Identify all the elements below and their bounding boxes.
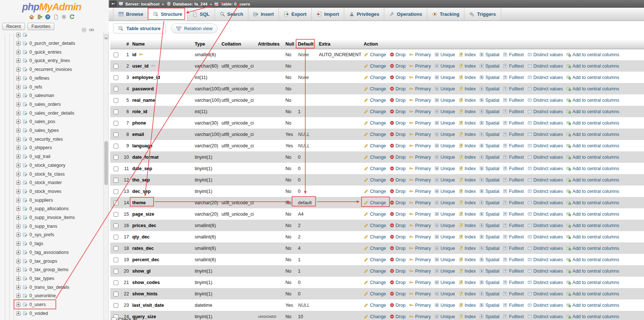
action-primary[interactable]: Primary: [409, 64, 431, 69]
back-arrow-icon[interactable]: ←: [110, 1, 117, 7]
expand-icon[interactable]: +: [16, 128, 21, 133]
action-spatial[interactable]: SSpatial: [479, 52, 499, 57]
action-index[interactable]: Index: [458, 52, 476, 57]
action-primary[interactable]: Primary: [409, 155, 431, 160]
sidebar-item-0-sales-orders[interactable]: +0_sales_orders: [16, 101, 61, 108]
action-change[interactable]: Change: [364, 166, 386, 171]
action-change[interactable]: Change: [364, 132, 386, 137]
action-add-to-central-columns[interactable]: Add to central columns: [566, 86, 619, 91]
action-spatial[interactable]: SSpatial: [479, 212, 499, 217]
action-primary[interactable]: Primary: [409, 291, 431, 296]
action-add-to-central-columns[interactable]: Add to central columns: [566, 75, 619, 80]
action-distinct-values[interactable]: Distinct values: [527, 269, 563, 274]
action-primary[interactable]: Primary: [409, 223, 431, 228]
action-fulltext[interactable]: TFulltext: [503, 177, 524, 183]
action-fulltext[interactable]: TFulltext: [503, 155, 524, 160]
tab-import[interactable]: Import: [312, 8, 344, 21]
action-unique[interactable]: UUnique: [434, 143, 455, 148]
action-spatial[interactable]: SSpatial: [479, 177, 499, 183]
action-add-to-central-columns[interactable]: Add to central columns: [566, 246, 619, 251]
action-index[interactable]: Index: [458, 121, 476, 126]
action-spatial[interactable]: SSpatial: [479, 132, 499, 137]
action-index[interactable]: Index: [458, 280, 476, 285]
action-add-to-central-columns[interactable]: Add to central columns: [566, 223, 619, 228]
action-distinct-values[interactable]: Distinct values: [527, 189, 563, 194]
action-index[interactable]: Index: [458, 155, 476, 160]
action-drop[interactable]: Drop: [389, 52, 406, 57]
action-drop[interactable]: Drop: [389, 132, 406, 137]
column-header-name[interactable]: Name: [132, 39, 194, 49]
action-fulltext[interactable]: TFulltext: [503, 121, 524, 126]
action-distinct-values[interactable]: Distinct values: [527, 98, 563, 103]
action-drop[interactable]: Drop: [389, 257, 406, 262]
action-primary[interactable]: Primary: [409, 314, 431, 319]
action-distinct-values[interactable]: Distinct values: [527, 200, 563, 205]
expand-icon[interactable]: +: [16, 189, 21, 194]
action-distinct-values[interactable]: Distinct values: [527, 234, 563, 240]
action-change[interactable]: Change: [364, 314, 386, 319]
action-unique[interactable]: UUnique: [434, 98, 455, 103]
action-spatial[interactable]: SSpatial: [479, 200, 499, 205]
action-change[interactable]: Change: [364, 75, 386, 80]
action-index[interactable]: Index: [458, 109, 476, 114]
action-fulltext[interactable]: TFulltext: [503, 280, 524, 285]
column-header--[interactable]: #: [121, 39, 132, 49]
action-fulltext[interactable]: TFulltext: [503, 109, 524, 114]
expand-icon[interactable]: +: [16, 85, 21, 89]
action-distinct-values[interactable]: Distinct values: [527, 303, 563, 308]
action-add-to-central-columns[interactable]: Add to central columns: [566, 291, 619, 296]
action-distinct-values[interactable]: Distinct values: [527, 109, 563, 114]
action-unique[interactable]: UUnique: [434, 314, 455, 319]
action-change[interactable]: Change: [364, 177, 386, 183]
action-unique[interactable]: UUnique: [434, 246, 455, 251]
sidebar-item-0-reflines[interactable]: +0_reflines: [16, 75, 49, 82]
action-fulltext[interactable]: TFulltext: [503, 314, 524, 319]
logout-icon[interactable]: [37, 14, 43, 20]
action-unique[interactable]: UUnique: [434, 64, 455, 69]
action-add-to-central-columns[interactable]: Add to central columns: [566, 257, 619, 262]
tab-search[interactable]: Search: [215, 8, 248, 21]
tab-privileges[interactable]: Privileges: [344, 8, 384, 21]
action-spatial[interactable]: SSpatial: [479, 223, 499, 228]
action-index[interactable]: Index: [458, 132, 476, 137]
action-drop[interactable]: Drop: [389, 234, 406, 240]
help-icon[interactable]: ?: [45, 14, 51, 20]
sidebar-item-0-stock-fa-class[interactable]: +0_stock_fa_class: [16, 170, 65, 178]
action-fulltext[interactable]: TFulltext: [503, 291, 524, 296]
action-distinct-values[interactable]: Distinct values: [527, 155, 563, 160]
action-change[interactable]: Change: [364, 86, 386, 91]
action-primary[interactable]: Primary: [409, 234, 431, 240]
action-change[interactable]: Change: [364, 52, 386, 57]
action-drop[interactable]: Drop: [389, 98, 406, 103]
expand-icon[interactable]: +: [16, 137, 21, 141]
action-unique[interactable]: UUnique: [434, 86, 455, 91]
action-drop[interactable]: Drop: [389, 200, 406, 205]
row-checkbox[interactable]: [114, 269, 118, 274]
action-fulltext[interactable]: TFulltext: [503, 98, 524, 103]
action-fulltext[interactable]: TFulltext: [503, 212, 524, 217]
action-change[interactable]: Change: [364, 200, 386, 205]
action-spatial[interactable]: SSpatial: [479, 86, 499, 91]
sidebar-item-0-quick-entry-lines[interactable]: +0_quick_entry_lines: [16, 57, 70, 64]
action-drop[interactable]: Drop: [389, 109, 406, 114]
expand-icon[interactable]: +: [16, 224, 21, 229]
action-index[interactable]: Index: [458, 223, 476, 228]
row-checkbox[interactable]: [114, 235, 118, 240]
row-checkbox[interactable]: [114, 64, 118, 69]
action-index[interactable]: Index: [458, 166, 476, 171]
action-add-to-central-columns[interactable]: Add to central columns: [566, 98, 619, 103]
row-checkbox[interactable]: [114, 280, 118, 285]
sidebar-item-0-stock-master[interactable]: +0_stock_master: [16, 179, 62, 186]
tab-export[interactable]: Export: [279, 8, 312, 21]
sidebar-item-0-suppliers[interactable]: +0_suppliers: [16, 197, 53, 204]
row-checkbox[interactable]: [114, 212, 118, 217]
sidebar-item-0-purch-order-details[interactable]: +0_purch_order_details: [16, 40, 75, 47]
action-index[interactable]: Index: [458, 98, 476, 103]
action-drop[interactable]: Drop: [389, 246, 406, 251]
expand-icon[interactable]: +: [16, 276, 21, 281]
sidebar-item-0-supp-invoice-items[interactable]: +0_supp_invoice_items: [16, 214, 75, 221]
action-index[interactable]: Index: [458, 75, 476, 80]
action-fulltext[interactable]: TFulltext: [503, 86, 524, 91]
action-index[interactable]: Index: [458, 257, 476, 262]
action-spatial[interactable]: SSpatial: [479, 189, 499, 194]
